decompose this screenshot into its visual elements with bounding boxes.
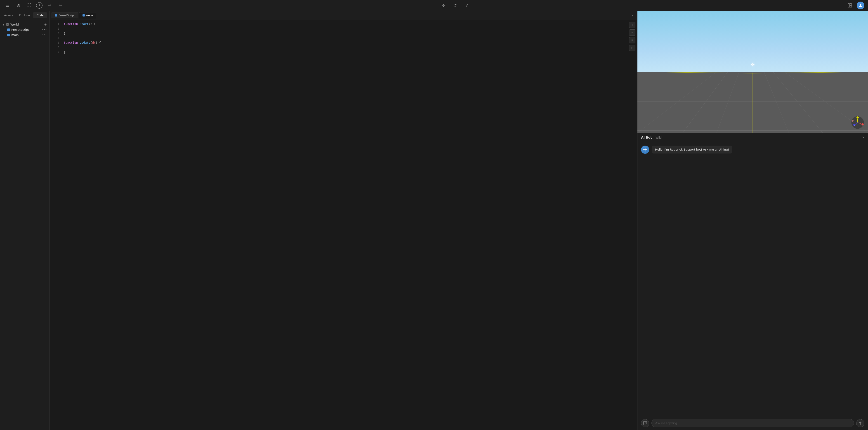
top-toolbar: ☰ ⛶ ? ↩ ↪ ✛ ↺ ⤢ [0, 0, 868, 11]
viewport-background: ✛ [638, 11, 868, 133]
ai-chat-panel: AI Bot Wiki × Hello, I'm Redbrick Suppor… [638, 133, 868, 430]
panel-toggle-button[interactable] [846, 1, 854, 9]
presetscript-tab[interactable]: PresetScript [52, 12, 78, 18]
bot-avatar [641, 146, 649, 154]
svg-rect-5 [850, 6, 852, 7]
svg-line-19 [638, 72, 717, 133]
svg-line-22 [764, 72, 789, 133]
undo-button[interactable]: ↩ [45, 1, 53, 9]
main-layout: Assets Explorer Code ▼ World + [0, 11, 868, 430]
toolbar-center: ✛ ↺ ⤢ [439, 1, 471, 9]
zoom-out-button[interactable]: − [629, 29, 636, 36]
editor-tabs: PresetScript main × [50, 11, 637, 20]
svg-text:Z: Z [854, 125, 855, 126]
chat-title: AI Bot [641, 136, 652, 139]
world-globe-icon [6, 23, 9, 26]
minimap-button[interactable]: ≡ [629, 37, 636, 43]
tree-children: PresetScript ••• main ••• [1, 27, 49, 37]
world-chevron-icon: ▼ [3, 23, 4, 26]
redo-button[interactable]: ↪ [56, 1, 64, 9]
svg-rect-4 [850, 4, 852, 5]
expand-view-button[interactable]: ⤢ [463, 1, 471, 9]
main-menu-icon[interactable]: ••• [42, 33, 47, 37]
profile-button[interactable] [857, 2, 864, 9]
code-editor-panel: PresetScript main × 1 2 3 4 5 6 7 functi… [50, 11, 638, 430]
line-numbers: 1 2 3 4 5 6 7 [50, 20, 61, 430]
code-settings-button[interactable]: ⊡ [629, 45, 636, 51]
presetscript-icon [7, 29, 10, 31]
grid-overlay [638, 72, 868, 133]
viewport-crosshair: ✛ [751, 62, 755, 67]
refresh-button[interactable]: ↺ [451, 1, 459, 9]
sky-background [638, 11, 868, 78]
svg-rect-3 [848, 4, 850, 7]
chat-input-field[interactable] [651, 419, 854, 427]
main-tab-label: main [86, 14, 93, 17]
svg-rect-2 [18, 6, 20, 7]
code-tab[interactable]: Code [33, 12, 46, 18]
move-tool-button[interactable]: ✛ [439, 1, 447, 9]
world-tree-item[interactable]: ▼ World + [1, 22, 49, 27]
help-button[interactable]: ? [36, 2, 42, 8]
welcome-text: Hello, I'm Redbrick Support bot! Ask me … [655, 148, 729, 151]
main-script-icon [7, 34, 10, 36]
right-panel: ✛ Y X Z [638, 11, 868, 430]
svg-line-21 [717, 72, 739, 133]
main-label: main [11, 33, 41, 37]
svg-line-24 [753, 72, 868, 73]
add-item-icon[interactable]: + [44, 23, 47, 26]
presetscript-menu-icon[interactable]: ••• [42, 28, 47, 31]
chat-header: AI Bot Wiki × [638, 133, 868, 142]
zoom-in-button[interactable]: + [629, 22, 636, 28]
presetscript-label: PresetScript [11, 28, 41, 31]
viewport-gizmo: Y X Z [851, 116, 864, 129]
svg-point-36 [852, 120, 854, 122]
presetscript-tab-label: PresetScript [59, 14, 75, 17]
code-toolbar-right: + − ≡ ⊡ [629, 22, 636, 51]
chat-input-area [638, 416, 868, 430]
svg-rect-1 [18, 4, 20, 5]
assets-tab[interactable]: Assets [1, 12, 16, 18]
svg-text:Y: Y [857, 117, 858, 119]
new-chat-button[interactable] [641, 419, 649, 427]
menu-button[interactable]: ☰ [4, 1, 12, 9]
welcome-bubble: Hello, I'm Redbrick Support bot! Ask me … [652, 146, 732, 154]
fullscreen-button[interactable]: ⛶ [25, 1, 33, 9]
presetscript-tree-item[interactable]: PresetScript ••• [5, 27, 49, 32]
world-tree: ▼ World + PresetScript ••• [0, 20, 50, 39]
main-tree-item[interactable]: main ••• [5, 32, 49, 37]
svg-line-17 [683, 72, 728, 133]
code-area: 1 2 3 4 5 6 7 function Start() { } funct… [50, 20, 637, 430]
save-button[interactable] [14, 1, 23, 9]
wiki-link[interactable]: Wiki [655, 136, 662, 139]
toolbar-left: ☰ ⛶ ? ↩ ↪ [4, 1, 64, 9]
main-tab-icon [83, 14, 85, 17]
code-content[interactable]: function Start() { } function Update(dt)… [61, 20, 637, 430]
viewport[interactable]: ✛ Y X Z [638, 11, 868, 133]
left-panel: Assets Explorer Code ▼ World + [0, 11, 50, 430]
main-tab[interactable]: main [79, 12, 96, 19]
svg-line-18 [773, 72, 823, 133]
presetscript-tab-icon [55, 14, 57, 17]
editor-close-button[interactable]: × [630, 12, 636, 18]
chat-send-button[interactable] [856, 419, 864, 427]
explorer-tab[interactable]: Explorer [16, 12, 33, 18]
bot-welcome-message: Hello, I'm Redbrick Support bot! Ask me … [641, 146, 864, 154]
svg-line-23 [638, 72, 753, 73]
chat-messages: Hello, I'm Redbrick Support bot! Ask me … [638, 142, 868, 416]
toolbar-right [846, 1, 864, 9]
left-tabs: Assets Explorer Code [0, 11, 50, 20]
chat-close-button[interactable]: × [862, 135, 864, 140]
svg-point-6 [860, 4, 862, 5]
world-label: World [10, 23, 43, 26]
svg-text:X: X [862, 124, 863, 126]
